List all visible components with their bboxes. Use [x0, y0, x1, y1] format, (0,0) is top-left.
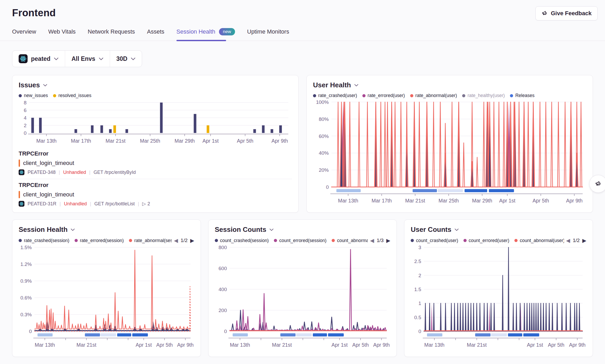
- issues-panel-title[interactable]: Issues: [19, 81, 292, 89]
- tab-web-vitals[interactable]: Web Vitals: [48, 28, 76, 41]
- svg-text:Mar 21st: Mar 21st: [467, 342, 487, 348]
- svg-text:Mar 13th: Mar 13th: [230, 342, 250, 348]
- issue-message: client_login_timeout: [23, 191, 74, 198]
- svg-text:Mar 13th: Mar 13th: [35, 342, 55, 348]
- legend-dot: [462, 94, 465, 97]
- legend-count-abnormal-session[interactable]: count_abnormal(session): [332, 238, 368, 243]
- issue-handling: Unhandled: [64, 201, 87, 207]
- user-counts-panel: User Counts count_crashed(user) count_er…: [404, 220, 593, 357]
- chevron-down-icon: [43, 84, 47, 87]
- legend-rate-healthy-user[interactable]: rate_healthy(user): [462, 93, 505, 98]
- chevron-down-icon: [354, 84, 358, 87]
- svg-text:3: 3: [419, 245, 421, 250]
- project-selector[interactable]: peated: [12, 51, 65, 67]
- issue-row[interactable]: TRPCError client_login_timeout PEATED-31…: [19, 179, 292, 210]
- pager-prev-icon[interactable]: ◀: [174, 237, 178, 244]
- legend-dot: [215, 239, 218, 242]
- chevron-down-icon: [71, 228, 75, 231]
- session-health-panel-title[interactable]: Session Health: [19, 226, 194, 234]
- issue-type[interactable]: TRPCError: [19, 182, 292, 189]
- user-health-legend: rate_crashed(user) rate_errored(user) ra…: [313, 93, 586, 98]
- play-icon: ▷: [142, 201, 146, 207]
- pager-prev-icon[interactable]: ◀: [566, 237, 570, 244]
- legend-dot: [129, 239, 132, 242]
- legend-rate-abnormal-session[interactable]: rate_abnormal(session): [129, 238, 172, 243]
- legend-rate-crashed-user[interactable]: rate_crashed(user): [313, 93, 357, 98]
- chevron-down-icon: [99, 57, 103, 60]
- legend-count-crashed-user[interactable]: count_crashed(user): [411, 238, 458, 243]
- legend-rate-errored-user[interactable]: rate_errored(user): [362, 93, 405, 98]
- session-counts-panel-title[interactable]: Session Counts: [215, 226, 390, 234]
- legend-count-errored-session[interactable]: count_errored(session): [274, 238, 326, 243]
- svg-text:Apr 5th: Apr 5th: [156, 342, 173, 348]
- svg-text:Apr 9th: Apr 9th: [272, 138, 288, 144]
- react-icon: [19, 201, 24, 207]
- issue-row[interactable]: TRPCError client_login_timeout PEATED-34…: [19, 148, 292, 179]
- pager-next-icon[interactable]: ▶: [386, 237, 390, 244]
- feedback-fab[interactable]: [589, 175, 605, 193]
- issue-short-id: PEATED-348: [28, 170, 56, 175]
- legend-releases[interactable]: Releases: [510, 93, 534, 98]
- pager-next-icon[interactable]: ▶: [582, 237, 586, 244]
- pager-next-icon[interactable]: ▶: [190, 237, 194, 244]
- issue-type[interactable]: TRPCError: [19, 150, 292, 157]
- give-feedback-button[interactable]: Give Feedback: [535, 6, 598, 20]
- legend-rate-abnormal-user[interactable]: rate_abnormal(user): [410, 93, 457, 98]
- user-health-panel: User Health rate_crashed(user) rate_erro…: [306, 75, 593, 213]
- user-counts-chart[interactable]: 00.511.522.53Mar 13thMar 21stApr 1stApr …: [411, 245, 586, 349]
- issue-replay-count[interactable]: ▷ 2: [142, 201, 150, 207]
- issue-transaction: GET /trpc/bottleList: [94, 201, 135, 207]
- svg-text:200: 200: [218, 308, 227, 313]
- issues-panel: Issues new_issues resolved_issues 02468M…: [12, 75, 299, 213]
- svg-text:0.6%: 0.6%: [20, 295, 32, 301]
- environment-value: All Envs: [71, 55, 95, 62]
- svg-text:Mar 25th: Mar 25th: [439, 198, 459, 204]
- session-counts-legend: count_crashed(session) count_errored(ses…: [215, 238, 368, 243]
- pager-page: 1/2: [181, 238, 187, 243]
- tab-overview[interactable]: Overview: [12, 28, 36, 41]
- tab-assets[interactable]: Assets: [147, 28, 164, 41]
- user-health-chart[interactable]: 020%40%60%80%100%Mar 13thMar 17thMar 21s…: [313, 99, 586, 204]
- pager-prev-icon[interactable]: ◀: [370, 237, 374, 244]
- svg-text:2: 2: [24, 123, 27, 128]
- session-health-legend: rate_crashed(session) rate_errored(sessi…: [19, 238, 172, 243]
- svg-text:600: 600: [218, 266, 227, 271]
- legend-count-crashed-session[interactable]: count_crashed(session): [215, 238, 269, 243]
- svg-text:40%: 40%: [319, 150, 329, 156]
- svg-text:Mar 13th: Mar 13th: [424, 342, 445, 348]
- user-health-panel-title[interactable]: User Health: [313, 81, 586, 89]
- session-health-chart[interactable]: 00.3%0.6%0.9%1.2%1.5%Mar 13thMar 21stApr…: [19, 245, 194, 349]
- session-counts-panel: Session Counts count_crashed(session) co…: [208, 220, 397, 357]
- chevron-down-icon: [455, 228, 459, 231]
- tab-session-health[interactable]: Session Health new: [176, 28, 235, 41]
- svg-text:Mar 13th: Mar 13th: [36, 138, 56, 144]
- legend-dot: [75, 239, 78, 242]
- legend-count-abnormal-user[interactable]: count_abnormal(user): [514, 238, 564, 243]
- svg-text:Mar 29th: Mar 29th: [175, 138, 195, 144]
- legend-dot: [53, 94, 56, 97]
- legend-rate-errored-session[interactable]: rate_errored(session): [75, 238, 124, 243]
- legend-new-issues[interactable]: new_issues: [19, 93, 48, 98]
- legend-resolved-issues[interactable]: resolved_issues: [53, 93, 91, 98]
- environment-selector[interactable]: All Envs: [65, 51, 110, 67]
- tab-network-requests[interactable]: Network Requests: [88, 28, 135, 41]
- legend-dot: [463, 239, 467, 242]
- legend-count-errored-user[interactable]: count_errored(user): [463, 238, 509, 243]
- period-selector[interactable]: 30D: [110, 51, 142, 67]
- legend-rate-crashed-session[interactable]: rate_crashed(session): [19, 238, 69, 243]
- user-counts-panel-title[interactable]: User Counts: [411, 226, 586, 234]
- legend-dot: [410, 94, 413, 97]
- svg-text:0: 0: [326, 184, 329, 190]
- svg-text:Apr 1st: Apr 1st: [331, 342, 348, 348]
- error-level-bar: [19, 159, 20, 167]
- svg-text:20%: 20%: [319, 167, 329, 173]
- svg-text:Mar 13th: Mar 13th: [338, 198, 358, 204]
- issues-bar-chart[interactable]: 02468Mar 13thMar 17thMar 21stMar 25thMar…: [19, 100, 292, 144]
- svg-text:0: 0: [29, 329, 32, 334]
- svg-text:Apr 5th: Apr 5th: [548, 342, 565, 348]
- session-counts-chart[interactable]: 0200400600800Mar 13thMar 21stApr 1stApr …: [215, 245, 390, 349]
- svg-text:Apr 1st: Apr 1st: [527, 342, 543, 348]
- svg-text:4: 4: [24, 115, 27, 121]
- svg-text:0: 0: [419, 329, 421, 334]
- tab-uptime-monitors[interactable]: Uptime Monitors: [247, 28, 289, 41]
